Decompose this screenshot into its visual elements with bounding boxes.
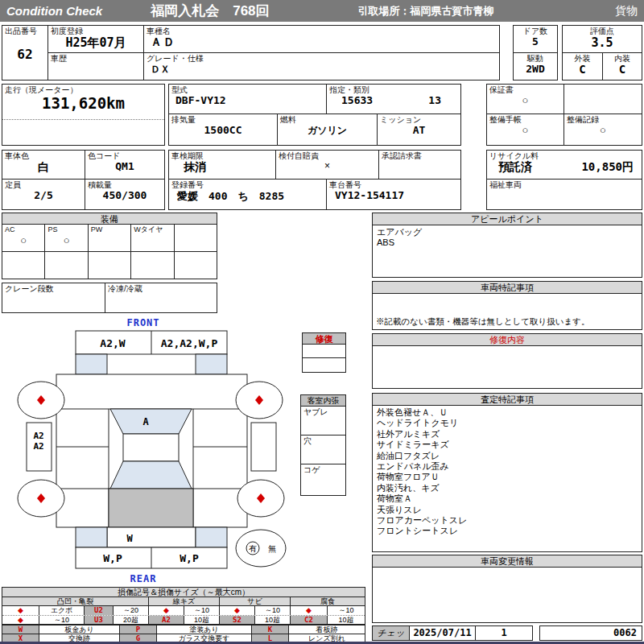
recycle-fee: 10,850円 xyxy=(581,160,634,175)
equipment-label-ac: AC xyxy=(2,225,44,234)
class-cell: 指定・類別 15633 13 xyxy=(327,85,460,114)
legend-row-1: ◆ エクボ U2 ～20 ◆ ～10 ◆ ～10 ◆ ～10 xyxy=(2,606,365,615)
load-value: 450/300 xyxy=(85,189,164,201)
left-side-code-1: A2 xyxy=(33,431,43,441)
recycle-label: リサイクル料 xyxy=(487,151,642,160)
transmission-label: ミッション xyxy=(378,114,460,124)
fuel-cell: 燃料 ガソリン xyxy=(278,114,378,145)
transmission-value: AT xyxy=(378,124,460,136)
doors-cell: ドア数 5 xyxy=(513,25,558,53)
front-right-fender xyxy=(196,354,227,374)
maintenance-record-label: 整備記録 xyxy=(564,114,642,124)
rear-bumper xyxy=(107,527,196,547)
vehicle-notes-panel: 車両特記事項 ※記載のない書類・機器等は無しとして取り扱います。 xyxy=(372,281,642,330)
vin-label: 車台番号 xyxy=(327,180,460,189)
body-color-label: 車体色 xyxy=(2,151,85,160)
code-u3: U3 xyxy=(85,616,114,624)
rear-right-corner xyxy=(196,527,227,547)
fuel-label: 燃料 xyxy=(278,114,377,124)
inspection-value: 抹消 xyxy=(169,160,275,175)
insurance-label: 検付自賠責 xyxy=(276,151,378,160)
mileage-label: 走行（現メーター） xyxy=(2,85,164,94)
grade-value: ＤＸ xyxy=(144,63,499,76)
legend-size: 20超 xyxy=(114,616,149,624)
assessment-line: ヘッドライトクモリ xyxy=(377,418,638,428)
equipment-value-ps: ○ xyxy=(45,234,87,246)
exterior-grade-value: C xyxy=(563,63,602,76)
code-w: W xyxy=(2,625,39,634)
appeal-panel: アピールポイント エアバッグ ABS xyxy=(372,213,642,278)
windshield xyxy=(110,409,192,434)
appeal-line: エアバッグ xyxy=(377,227,638,237)
history-cell: 車歴 xyxy=(47,52,144,80)
category-badge: 貨物 xyxy=(615,4,638,19)
repair-detail-panel: 修復内容 xyxy=(372,333,642,389)
maintenance-book-cell: 整備手帳 ○ xyxy=(487,114,564,145)
auction-title: 福岡入札会 768回 xyxy=(151,2,269,20)
color-code-value: QM1 xyxy=(85,160,164,172)
equipment-empty-1 xyxy=(2,252,45,279)
assessment-line: 外装色褪せＡ、Ｕ xyxy=(377,407,638,418)
model-name-cell: 車種名 ＡＤ xyxy=(143,25,500,53)
model-code-value: DBF-VY12 xyxy=(169,94,326,106)
code-w-desc: 板金あり xyxy=(39,625,120,634)
cabin-label-hole: 穴 xyxy=(301,436,345,445)
approval-cell: 承認請求書 xyxy=(379,151,460,180)
assessment-line: サイドミラーキズ xyxy=(377,440,638,450)
legend-size: 10超 xyxy=(328,616,365,624)
exterior-grade-cell: 外装 C xyxy=(562,52,603,80)
class-value-1: 15633 xyxy=(341,94,373,106)
code-u2: U2 xyxy=(85,606,114,615)
equipment-label-wtire: Wタイヤ xyxy=(131,225,173,234)
equipment-row-1: AC ○ PS ○ PW Wタイヤ xyxy=(2,225,217,252)
damage-legend: 損傷記号＆損傷サイズ（～最大cm） 凸凹・亀裂 線キズ サビ 腐食 ◆ エクボ … xyxy=(2,587,365,625)
mileage-value: 131,620km xyxy=(2,94,164,112)
insurance-value: × xyxy=(276,160,378,171)
equipment-cell-ps: PS ○ xyxy=(45,225,88,251)
code-g: G xyxy=(120,634,157,642)
repair-detail-title: 修復内容 xyxy=(373,334,642,346)
rear-right-code: W,P xyxy=(180,552,199,564)
first-registration-value: H25年07月 xyxy=(48,35,143,51)
displacement-label: 排気量 xyxy=(169,114,277,124)
equipment-label-pw: PW xyxy=(89,225,130,234)
inspection-cell: 車検期限 抹消 xyxy=(169,151,276,180)
repair-flag-cell-1 xyxy=(303,345,345,358)
equipment-empty-4 xyxy=(131,252,174,279)
mileage-cell: 走行（現メーター） 131,620km xyxy=(2,84,165,146)
assessment-line: 給油口フタズレ xyxy=(377,451,638,461)
assessment-line: 内装汚れ、キズ xyxy=(377,483,638,493)
lot-number-label: 出品番号 xyxy=(2,26,47,35)
right-side-panel xyxy=(251,423,276,471)
windshield-code: A xyxy=(142,416,149,427)
assessment-line: 荷物室フロアＵ xyxy=(377,472,638,482)
code-l: L xyxy=(252,634,289,642)
code-k-desc: 看板跡 xyxy=(289,625,365,634)
crane-cell: クレーン段数 xyxy=(2,283,105,312)
transmission-cell: ミッション AT xyxy=(378,114,460,145)
insurance-cell: 検付自賠責 × xyxy=(276,151,379,180)
inspection-label: 車検期限 xyxy=(169,151,275,160)
change-info-panel: 車両変更情報 xyxy=(372,555,642,623)
equipment-cell-blank xyxy=(175,225,217,251)
maintenance-book-label: 整備手帳 xyxy=(487,114,564,124)
interior-grade-label: 内装 xyxy=(603,53,642,63)
grade-label: グレード・仕様 xyxy=(144,53,499,63)
interior-grade-value: C xyxy=(603,63,642,76)
assessment-title: 査定特記事項 xyxy=(373,394,642,406)
fridge-cell: 冷凍/冷蔵 xyxy=(105,283,217,312)
welfare-label: 福祉車両 xyxy=(487,180,642,189)
plate-value: 愛媛 400 ち 8285 xyxy=(169,189,326,204)
pickup-location: 引取場所：福岡県古賀市青柳 xyxy=(358,4,494,19)
color-code-cell: 色コード QM1 xyxy=(85,151,164,180)
legend-size: 10超 xyxy=(184,616,220,624)
cabin-lining-box: 客室内張 ヤブレ 穴 コゲ xyxy=(300,394,346,496)
lot-number-value: 62 xyxy=(2,47,47,62)
cabin-cell-tear: ヤブレ xyxy=(301,407,345,436)
class-value-2: 13 xyxy=(428,94,441,106)
code-p: P xyxy=(120,625,157,634)
codes-row-2: X 交換跡 G ガラス交換要す L レンズ割れ xyxy=(2,634,365,642)
mark-none: 無 xyxy=(268,544,276,553)
mark-has: 有 xyxy=(249,544,257,553)
change-info-title: 車両変更情報 xyxy=(373,555,642,568)
